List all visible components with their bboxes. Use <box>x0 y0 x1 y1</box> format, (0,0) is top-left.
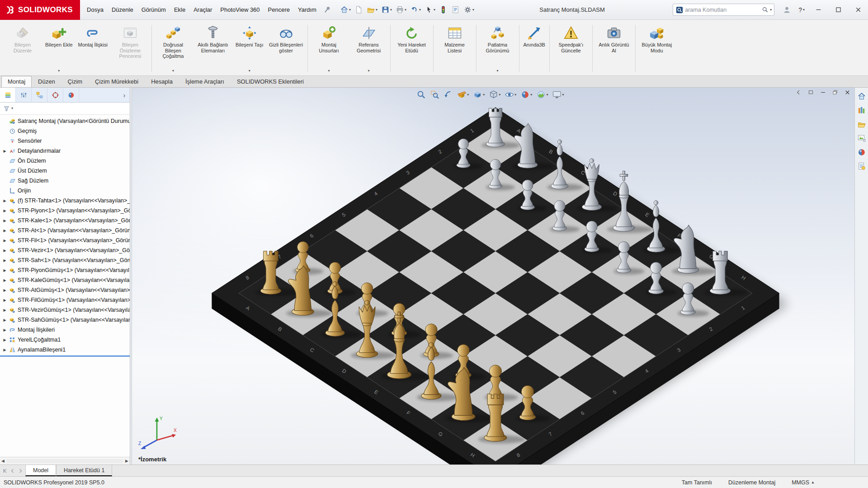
scrollbar-track[interactable] <box>6 459 123 463</box>
scroll-right-icon[interactable]: ▶ <box>125 459 128 463</box>
chess-assembly-model[interactable]: AA11BB22CC33DD44EE55FF66GG77HH88 <box>132 88 854 465</box>
menu-photoview-360[interactable]: PhotoView 360 <box>216 0 264 19</box>
expander-icon[interactable]: ▶ <box>2 229 7 233</box>
options-button[interactable]: ▾ <box>462 4 476 15</box>
tree-item[interactable]: ▶STR-Fil<1> (Varsayılan<<Varsayılan>_Gör… <box>0 235 130 245</box>
headsup-zoom-fit-button[interactable] <box>415 89 427 100</box>
taskpane-solidworks-resources-button[interactable] <box>857 92 866 101</box>
taskpane-custom-properties-button[interactable] <box>857 162 866 171</box>
maximize-button[interactable] <box>828 0 848 20</box>
menu-araçlar[interactable]: Araçlar <box>189 0 216 19</box>
chevron-up-icon[interactable]: ▲ <box>811 480 815 484</box>
document-win-min-button[interactable] <box>820 89 826 96</box>
save-button[interactable]: ▾ <box>379 4 394 15</box>
search-selector-icon[interactable] <box>675 6 684 14</box>
chevron-down-icon[interactable]: ▾ <box>11 107 13 110</box>
tree-item[interactable]: Geçmiş <box>0 126 130 136</box>
ribbon-button-bill-of-materials[interactable]: Malzeme Listesi <box>435 22 475 75</box>
expander-icon[interactable]: ▶ <box>2 338 7 342</box>
ribbon-button-linear-pattern[interactable]: Doğrusal Bileşen Çoğaltma▾ <box>153 22 193 75</box>
open-button[interactable]: ▾ <box>365 4 379 15</box>
expander-icon[interactable]: ▶ <box>2 249 7 253</box>
tab-i̇şleme-araçları[interactable]: İşleme Araçları <box>179 76 231 87</box>
headsup-apply-scene-button[interactable]: ▾ <box>535 89 549 100</box>
ribbon-button-snapshot[interactable]: Anlık Görüntü Al <box>594 22 634 75</box>
tab-hesapla[interactable]: Hesapla <box>145 76 179 87</box>
tree-item[interactable]: Orijin <box>0 186 130 196</box>
tree-horizontal-scrollbar[interactable]: ◀ ▶ <box>0 457 130 465</box>
chevron-down-icon[interactable]: ▾ <box>58 69 60 73</box>
expander-icon[interactable]: ▶ <box>2 298 7 302</box>
tab-montaj[interactable]: Montaj <box>1 76 32 87</box>
expander-icon[interactable]: ▶ <box>2 258 7 263</box>
tree-root-item[interactable]: Satranç Montaj (Varsayılan<Görüntü Durum… <box>0 116 130 126</box>
tree-item[interactable]: ▶STR-KaleGümüş<1> (Varsayılan<<Varsayıla… <box>0 275 130 285</box>
tab-düzen[interactable]: Düzen <box>32 76 61 87</box>
chevron-down-icon[interactable]: ▾ <box>249 69 250 73</box>
model-tabs-nav-next-button[interactable] <box>18 468 23 474</box>
tree-item[interactable]: ▶STR-VezirGümüş<1> (Varsayılan<<Varsayıl… <box>0 305 130 315</box>
ribbon-button-motion-study[interactable]: Yeni Hareket Etüdü <box>392 22 432 75</box>
document-win-prev-button[interactable] <box>795 89 802 96</box>
pin-icon[interactable] <box>321 6 334 14</box>
ribbon-button-insert-component[interactable]: Bileşen Ekle▾ <box>42 22 75 75</box>
expander-icon[interactable]: ▶ <box>2 199 7 203</box>
document-win-close-button[interactable] <box>844 89 851 96</box>
expander-icon[interactable]: ▶ <box>2 219 7 223</box>
headsup-edit-appearance-button[interactable]: ▾ <box>519 89 533 100</box>
document-win-restore-button[interactable] <box>832 89 839 96</box>
ribbon-button-large-assembly[interactable]: Büyük Montaj Modu <box>637 22 677 75</box>
ribbon-button-assembly-features[interactable]: Montaj Unsurları▾ <box>309 22 349 75</box>
close-button[interactable] <box>848 0 868 20</box>
tree-item[interactable]: ▶STR-SahGümüş<1> (Varsayılan<<Varsayılan <box>0 315 130 325</box>
rollback-bar[interactable] <box>0 356 130 357</box>
expander-icon[interactable]: ▶ <box>2 239 7 243</box>
chevron-down-icon[interactable]: ▾ <box>172 69 174 73</box>
document-win-box-button[interactable] <box>807 89 814 96</box>
tab-model[interactable]: Model <box>25 465 56 476</box>
ribbon-button-move-component[interactable]: Bileşeni Taşı▾ <box>233 22 266 75</box>
tree-item[interactable]: ▶STR-AtGümüş<1> (Varsayılan<<Varsayılan> <box>0 285 130 295</box>
help-button[interactable]: ?▾ <box>795 0 808 20</box>
menu-yardım[interactable]: Yardım <box>294 0 321 19</box>
tree-item[interactable]: ▶YerelLÇoğaltma1 <box>0 335 130 345</box>
ribbon-button-instant3d[interactable]: Anında3B <box>521 22 548 75</box>
print-button[interactable]: ▾ <box>394 4 408 15</box>
expander-icon[interactable]: ▶ <box>2 288 7 292</box>
taskpane-view-palette-button[interactable] <box>857 134 866 143</box>
ribbon-button-mate[interactable]: Montaj İlişkisi <box>75 22 110 75</box>
model-tabs-nav-first-button[interactable] <box>2 468 8 474</box>
tab-çizim[interactable]: Çizim <box>61 76 89 87</box>
tree-item[interactable]: ▶STR-Piyon<1> (Varsayılan<<Varsayılan>_G… <box>0 206 130 216</box>
scroll-left-icon[interactable]: ◀ <box>1 459 5 463</box>
model-tabs-nav-prev-button[interactable] <box>10 468 15 474</box>
minimize-button[interactable] <box>808 0 828 20</box>
tree-item[interactable]: ▶STR-Sah<1> (Varsayılan<<Varsayılan>_Gör… <box>0 255 130 265</box>
chevron-down-icon[interactable]: ▾ <box>368 69 370 73</box>
headsup-hide-show-button[interactable]: ▾ <box>503 89 518 100</box>
headsup-previous-view-button[interactable] <box>442 89 454 100</box>
user-account-button[interactable] <box>779 0 795 20</box>
headsup-zoom-area-button[interactable] <box>429 89 441 100</box>
chevron-down-icon[interactable]: ▾ <box>497 69 499 73</box>
file-properties-button[interactable] <box>449 4 462 15</box>
tree-item[interactable]: Sensörler <box>0 136 130 146</box>
taskpane-file-explorer-button[interactable] <box>857 120 866 129</box>
expander-icon[interactable]: ▶ <box>2 328 7 332</box>
tree-filter-bar[interactable]: ▾ <box>0 103 130 115</box>
menu-pencere[interactable]: Pencere <box>264 0 294 19</box>
rebuild-button[interactable] <box>437 4 449 15</box>
tree-item[interactable]: Sağ Düzlem <box>0 176 130 186</box>
taskpane-design-library-button[interactable] <box>857 106 866 115</box>
ribbon-button-speedpak[interactable]: Speedpak'ı Güncelle <box>551 22 591 75</box>
expander-icon[interactable]: ▶ <box>2 149 7 153</box>
tree-item[interactable]: ▶STR-PiyonGümüş<1> (Varsayılan<<Varsayıl <box>0 265 130 275</box>
chevron-down-icon[interactable]: ▾ <box>770 8 772 12</box>
tree-item[interactable]: Üst Düzlem <box>0 166 130 176</box>
tree-item[interactable]: ▶Montaj İlişkileri <box>0 325 130 335</box>
chevron-down-icon[interactable]: ▾ <box>328 69 330 73</box>
tree-item[interactable]: ▶STR-Kale<1> (Varsayılan<<Varsayılan>_Gö… <box>0 216 130 225</box>
headsup-view-settings-button[interactable]: ▾ <box>551 89 565 100</box>
graphics-area[interactable]: AA11BB22CC33DD44EE55FF66GG77HH88 ▾▾▾▾▾▾▾… <box>132 88 854 465</box>
tree-item[interactable]: Ön Düzlem <box>0 156 130 166</box>
